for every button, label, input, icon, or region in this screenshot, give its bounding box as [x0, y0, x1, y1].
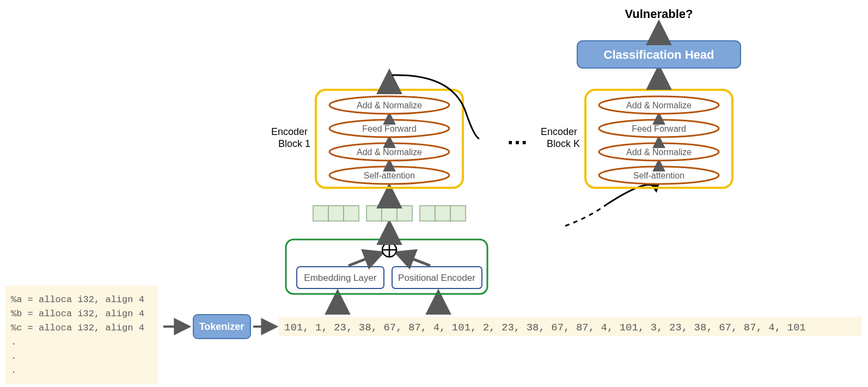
code-line: . — [11, 337, 16, 347]
positional-encoder-label: Positional Encoder — [398, 273, 475, 283]
code-line: %b = alloca i32, align 4 — [11, 309, 144, 319]
encoder-block-1: Encoder Block 1 Self-attention Add & Nor… — [271, 90, 463, 188]
encoderK-layer0: Self-attention — [633, 171, 684, 180]
embedding-block: Embedding Layer Positional Encoder — [286, 239, 487, 294]
token-id-strip: 101, 1, 23, 38, 67, 87, 4, 101, 2, 23, 3… — [279, 317, 861, 336]
token-id-text: 101, 1, 23, 38, 67, 87, 4, 101, 2, 23, 3… — [284, 322, 806, 334]
encoder-block-k: Encoder Block K Self-attention Add & Nor… — [541, 90, 732, 188]
svg-rect-15 — [435, 206, 450, 221]
arrow-embed-to-sum — [349, 253, 381, 266]
embedding-cells — [313, 206, 466, 221]
encoder1-layer1: Add & Normalize — [357, 148, 422, 157]
output-label: Vulnerable? — [625, 7, 693, 21]
svg-rect-16 — [450, 206, 466, 221]
arrow-positional-to-sum — [398, 253, 430, 266]
encoder1-layer3: Add & Normalize — [357, 101, 422, 110]
encoder1-layer0: Self-attention — [364, 171, 415, 180]
svg-rect-8 — [313, 206, 328, 221]
input-code-box: %a = alloca i32, align 4 %b = alloca i32… — [5, 286, 158, 384]
encoderK-label-line2: Block K — [547, 138, 580, 149]
svg-rect-12 — [382, 206, 397, 221]
ellipsis-icon: … — [506, 125, 528, 149]
encoder1-layer2: Feed Forward — [362, 124, 417, 133]
svg-rect-10 — [344, 206, 359, 221]
encoderK-label-line1: Encoder — [541, 126, 577, 137]
embedding-layer-label: Embedding Layer — [304, 273, 377, 283]
sum-icon — [382, 243, 396, 257]
classification-head-label: Classification Head — [604, 48, 714, 62]
encoderK-layer2: Feed Forward — [632, 124, 686, 133]
curve-dashed-to-encoderK — [565, 204, 607, 226]
code-line: %c = alloca i32, align 4 — [11, 323, 144, 333]
code-line: . — [11, 351, 16, 361]
classification-head-box: Classification Head — [577, 41, 741, 68]
svg-rect-14 — [420, 206, 435, 221]
svg-rect-9 — [328, 206, 344, 221]
encoder1-label-line1: Encoder — [271, 126, 308, 137]
code-line: %a = alloca i32, align 4 — [11, 294, 144, 305]
architecture-diagram: %a = alloca i32, align 4 %b = alloca i32… — [0, 0, 868, 387]
svg-text:Encoder
      Block 1: Encoder Block 1 — [271, 126, 310, 149]
code-line: . — [11, 365, 16, 376]
svg-rect-11 — [366, 206, 382, 221]
svg-rect-13 — [397, 206, 412, 221]
encoderK-layer1: Add & Normalize — [626, 148, 692, 157]
tokenizer-box: Tokenizer — [193, 315, 250, 339]
tokenizer-label: Tokenizer — [199, 321, 244, 332]
svg-text:Encoder
      Block K: Encoder Block K — [541, 126, 580, 149]
encoder1-label-line2: Block 1 — [278, 138, 310, 149]
encoderK-layer3: Add & Normalize — [626, 101, 692, 110]
